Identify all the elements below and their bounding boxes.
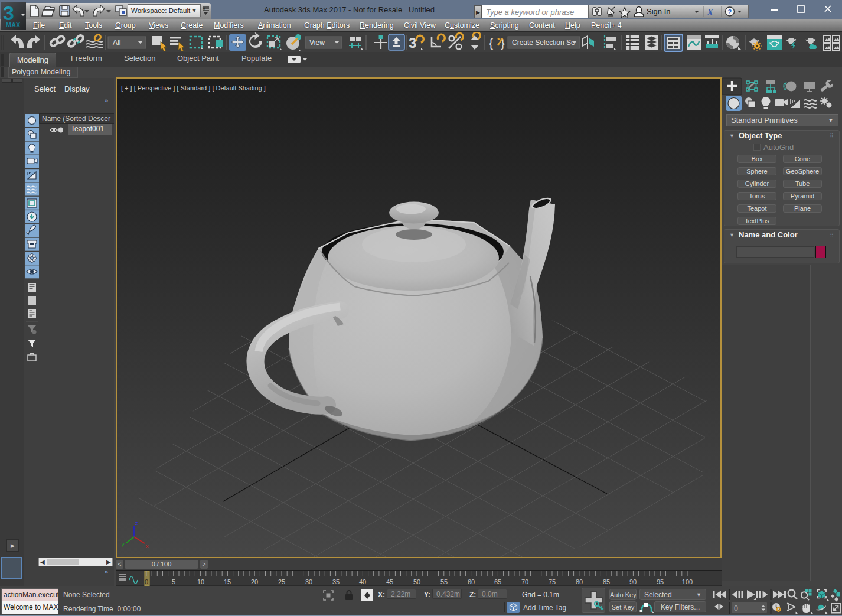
svg-text:x: x — [146, 543, 149, 549]
svg-text:}: } — [501, 36, 505, 50]
svg-text:5: 5 — [172, 578, 175, 585]
svg-text:95: 95 — [657, 578, 664, 585]
svg-text:40: 40 — [359, 578, 366, 585]
svg-text:65: 65 — [494, 578, 501, 585]
svg-text:Create Selection Se: Create Selection Se — [512, 38, 575, 47]
svg-text:35: 35 — [332, 578, 340, 585]
svg-text:X: X — [706, 6, 714, 18]
svg-text:z: z — [135, 520, 138, 526]
svg-text:50: 50 — [413, 578, 420, 585]
svg-text:y: y — [122, 542, 125, 547]
svg-text:20: 20 — [251, 578, 258, 585]
svg-text:?: ? — [728, 8, 732, 15]
svg-text:55: 55 — [440, 578, 448, 585]
svg-text:MAX: MAX — [6, 21, 21, 28]
svg-text:45: 45 — [386, 578, 393, 585]
svg-text:30: 30 — [305, 578, 312, 585]
svg-text:15: 15 — [224, 578, 231, 585]
svg-text:{: { — [489, 36, 493, 50]
svg-text:3: 3 — [409, 35, 416, 51]
svg-text:Sign In: Sign In — [647, 7, 670, 16]
svg-text:70: 70 — [521, 578, 528, 585]
svg-text:All: All — [113, 38, 120, 47]
svg-text:0: 0 — [734, 604, 738, 612]
svg-text:10: 10 — [197, 578, 204, 585]
svg-text:60: 60 — [468, 578, 475, 585]
svg-text:80: 80 — [576, 578, 583, 585]
svg-text:0: 0 — [145, 578, 148, 585]
svg-text:25: 25 — [278, 578, 285, 585]
svg-text:75: 75 — [549, 578, 556, 585]
svg-text:View: View — [309, 38, 325, 47]
svg-text:90: 90 — [629, 578, 637, 585]
svg-text:100: 100 — [682, 578, 693, 585]
svg-text:85: 85 — [603, 578, 610, 585]
